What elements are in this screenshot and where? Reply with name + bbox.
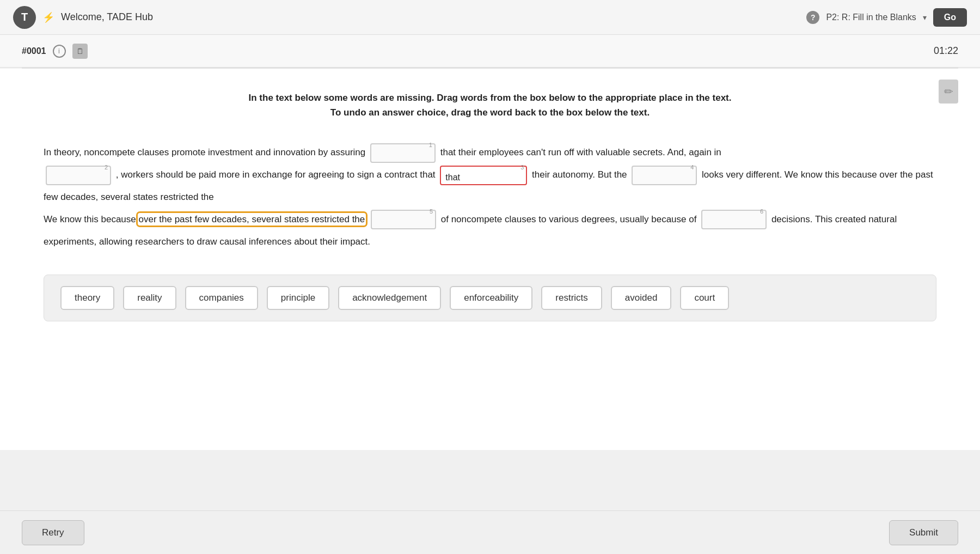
word-chip-restricts[interactable]: restricts (541, 286, 602, 310)
question-id: #0001 (22, 46, 46, 56)
passage-text-2: that their employees can't run off with … (440, 147, 721, 157)
word-chip-enforceability[interactable]: enforceability (450, 286, 532, 310)
word-chip-reality[interactable]: reality (123, 286, 176, 310)
word-chip-companies[interactable]: companies (185, 286, 258, 310)
blank-6[interactable]: 6 (701, 210, 767, 229)
header-title: Welcome, TADE Hub (61, 11, 153, 23)
header-right: ? P2: R: Fill in the Blanks ▾ Go (806, 8, 967, 27)
blank-3-word: that (441, 173, 464, 182)
task-label: P2: R: Fill in the Blanks (826, 13, 916, 22)
submit-button[interactable]: Submit (889, 520, 958, 545)
instruction-line2: To undo an answer choice, drag the word … (44, 105, 936, 120)
info-icon[interactable]: i (53, 45, 66, 58)
header-left: T ⚡ Welcome, TADE Hub (13, 6, 153, 29)
highlighted-text: over the past few decades, several state… (139, 214, 365, 224)
blank-num-1: 1 (429, 138, 432, 152)
blank-num-4: 4 (690, 160, 694, 174)
chevron-down-icon[interactable]: ▾ (923, 13, 927, 22)
question-info: #0001 i 🗒 (22, 44, 88, 59)
header: T ⚡ Welcome, TADE Hub ? P2: R: Fill in t… (0, 0, 980, 35)
blank-num-5: 5 (430, 204, 433, 218)
word-chip-theory[interactable]: theory (60, 286, 114, 310)
word-chip-court[interactable]: court (680, 286, 729, 310)
passage-text-4: their autonomy. But the (532, 169, 627, 180)
word-chip-principle[interactable]: principle (267, 286, 329, 310)
avatar: T (13, 6, 36, 29)
go-button[interactable]: Go (933, 8, 967, 27)
instruction-line1: In the text below some words are missing… (44, 90, 936, 105)
content-area: ✏ In the text below some words are missi… (0, 69, 980, 450)
timer: 01:22 (934, 45, 958, 57)
blank-num-3: 3 (520, 160, 524, 174)
bolt-icon: ⚡ (42, 11, 54, 23)
clipboard-icon[interactable]: 🗒 (72, 44, 88, 59)
passage-text-7: of noncompete clauses to various degrees… (441, 214, 697, 224)
question-bar: #0001 i 🗒 01:22 (0, 35, 980, 68)
passage-text-3: , workers should be paid more in exchang… (116, 169, 436, 180)
word-chip-avoided[interactable]: avoided (611, 286, 672, 310)
blank-2[interactable]: 2 (46, 166, 111, 185)
blank-4[interactable]: 4 (632, 166, 697, 185)
help-icon: ? (806, 11, 819, 24)
instructions: In the text below some words are missing… (44, 90, 936, 120)
blank-num-6: 6 (760, 204, 763, 218)
blank-num-2: 2 (105, 160, 108, 174)
blank-3[interactable]: 3 that (440, 166, 527, 185)
retry-button[interactable]: Retry (22, 520, 84, 545)
word-bank: theory reality companies principle ackno… (44, 275, 936, 321)
passage: In theory, noncompete clauses promote in… (44, 142, 936, 253)
bottom-bar: Retry Submit (0, 510, 980, 554)
blank-5[interactable]: 5 (371, 210, 436, 229)
word-chip-acknowledgement[interactable]: acknowledgement (338, 286, 441, 310)
passage-text-1: In theory, noncompete clauses promote in… (44, 147, 365, 157)
passage-text-6a: We know this because (44, 214, 139, 224)
pencil-icon[interactable]: ✏ (939, 80, 958, 104)
blank-1[interactable]: 1 (370, 143, 436, 163)
